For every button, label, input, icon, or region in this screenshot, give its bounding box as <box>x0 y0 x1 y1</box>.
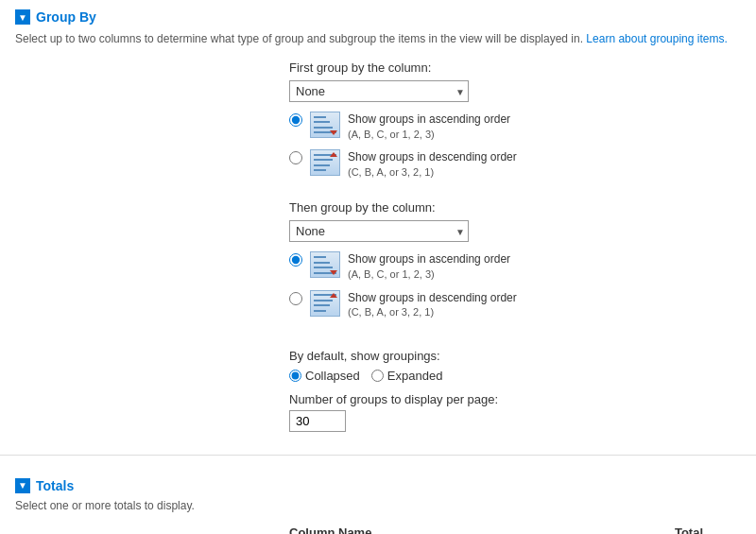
learn-more-link[interactable]: Learn about grouping items. <box>586 32 727 45</box>
group-by-section: ▼ Group By Select up to two columns to d… <box>0 0 756 441</box>
second-group-select[interactable]: None Category Title Modified Created <box>289 220 469 242</box>
second-group-asc-icon <box>310 251 340 278</box>
group-by-description: Select up to two columns to determine wh… <box>15 30 741 47</box>
totals-table: Column Name Total Category None Count Av… <box>15 525 741 534</box>
main-container: ▼ Group By Select up to two columns to d… <box>0 0 756 534</box>
first-group-desc-label[interactable]: Show groups in descending order (C, B, A… <box>348 149 517 180</box>
totals-header-row: ▼ Totals <box>15 478 741 493</box>
expanded-radio[interactable] <box>371 370 384 382</box>
second-group-asc-radio[interactable] <box>289 253 302 267</box>
first-group-desc-option: Show groups in descending order (C, B, A… <box>289 149 713 180</box>
second-group-label: Then group by the column: <box>289 200 713 215</box>
first-group-select[interactable]: None Category Title Modified Created <box>289 80 469 102</box>
collapsed-option: Collapsed <box>289 369 360 383</box>
section-divider <box>0 455 756 456</box>
num-groups-input[interactable] <box>289 410 346 432</box>
first-group-asc-icon <box>310 112 340 138</box>
group-by-collapse-icon[interactable]: ▼ <box>15 9 30 25</box>
first-group-select-wrapper: None Category Title Modified Created ▼ <box>289 80 469 102</box>
second-group-desc-radio[interactable] <box>289 292 302 305</box>
second-group-desc-option: Show groups in descending order (C, B, A… <box>289 290 713 320</box>
collapsed-radio[interactable] <box>289 370 301 382</box>
group-by-header: ▼ Group By <box>15 9 741 25</box>
second-group-desc-label[interactable]: Show groups in descending order (C, B, A… <box>348 290 517 320</box>
expanded-label[interactable]: Expanded <box>387 369 443 383</box>
totals-collapse-icon[interactable]: ▼ <box>15 478 30 493</box>
expanded-option: Expanded <box>371 369 443 383</box>
group-by-title: Group By <box>36 9 96 25</box>
first-group-asc-option: Show groups in ascending order (A, B, C,… <box>289 112 713 142</box>
totals-description: Select one or more totals to display. <box>15 499 741 512</box>
show-groupings-section: By default, show groupings: Collapsed Ex… <box>289 349 713 432</box>
first-group-label: First group by the column: <box>289 60 713 75</box>
show-groupings-radios: Collapsed Expanded <box>289 369 713 383</box>
second-group-desc-icon <box>310 290 340 317</box>
num-groups-label: Number of groups to display per page: <box>289 392 713 406</box>
column-name-header: Column Name <box>289 525 371 534</box>
first-group-desc-radio[interactable] <box>289 151 302 164</box>
group-by-form: First group by the column: None Category… <box>15 60 741 432</box>
first-group-asc-label[interactable]: Show groups in ascending order (A, B, C,… <box>348 112 510 142</box>
second-group-asc-option: Show groups in ascending order (A, B, C,… <box>289 251 713 282</box>
total-header: Total <box>675 525 703 534</box>
show-groupings-label: By default, show groupings: <box>289 349 713 363</box>
collapsed-label[interactable]: Collapsed <box>305 369 360 383</box>
totals-column-headers: Column Name Total <box>289 525 713 534</box>
second-group-select-wrapper: None Category Title Modified Created ▼ <box>289 220 469 242</box>
second-group-asc-label[interactable]: Show groups in ascending order (A, B, C,… <box>348 251 510 282</box>
totals-section: ▼ Totals Select one or more totals to di… <box>0 469 756 534</box>
totals-title: Totals <box>36 478 74 493</box>
first-group-desc-icon <box>310 149 340 176</box>
first-group-asc-radio[interactable] <box>289 113 302 127</box>
